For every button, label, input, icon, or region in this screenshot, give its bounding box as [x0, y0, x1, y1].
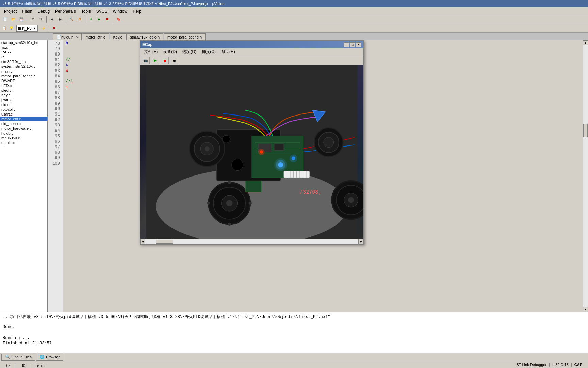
sidebar-item-19[interactable]: huidu.c [0, 131, 47, 136]
project-selector[interactable]: first_PJ ▼ [16, 25, 38, 32]
vertical-scrollbar[interactable]: ▲ ▼ [583, 40, 588, 312]
ecap-minimize-button[interactable]: ─ [344, 42, 349, 47]
ecap-menu-capture[interactable]: 捕捉(C) [199, 48, 218, 56]
ecap-camera-button[interactable]: 📷 [142, 57, 150, 64]
sidebar-item-18[interactable]: motor_hardware.c [0, 126, 47, 131]
download-button[interactable]: ⬇ [87, 16, 95, 23]
line-num-79: 79 [48, 46, 61, 52]
undo-button[interactable]: ↶ [29, 16, 36, 23]
debug-button[interactable]: ▶ [95, 16, 103, 23]
sidebar-item-21[interactable]: mpuiic.c [0, 140, 47, 145]
tb2-close-x[interactable]: ✕ [50, 25, 58, 32]
sidebar-item-14[interactable]: rotocol.c [0, 107, 47, 112]
tb2-icon3[interactable]: ⚡ [40, 25, 47, 32]
ecap-menu-options[interactable]: 选项(O) [180, 48, 199, 56]
sidebar-item-2[interactable]: RARY [0, 50, 47, 55]
ecap-image-area: /32768; [140, 65, 363, 239]
menu-peripherals[interactable]: Peripherals [52, 8, 79, 14]
ecap-record-button[interactable]: ⏺ [170, 57, 178, 64]
output-line-3 [3, 330, 585, 336]
line-num-85: 85 [48, 79, 61, 85]
open-button[interactable]: 📂 [10, 16, 17, 23]
browser-icon: 🌐 [40, 355, 45, 359]
scroll-thumb[interactable] [583, 124, 588, 137]
bottom-tab-find[interactable]: 🔍 Find In Files [1, 354, 35, 361]
bookmark-button[interactable]: 🔖 [115, 16, 122, 23]
file-tab-motor-ctrl[interactable]: motor_ctrl.c [82, 33, 109, 40]
sidebar-item-11[interactable]: Key.c [0, 93, 47, 97]
scroll-up-arrow[interactable]: ▲ [583, 40, 588, 45]
file-tab-gpio[interactable]: stm32f10x_gpio.h [126, 33, 163, 40]
menu-window[interactable]: Window [110, 8, 130, 14]
editor-area: startup_stm32f10x_hc ys.c RARY R stm32f1… [0, 40, 588, 312]
file-tab-close[interactable]: ✕ [75, 35, 78, 39]
scroll-track[interactable] [583, 45, 588, 307]
file-tab-huidu[interactable]: 📄 huidu.h ✕ [53, 33, 82, 40]
ecap-close-button[interactable]: ✕ [356, 42, 361, 47]
save-button[interactable]: 💾 [18, 16, 25, 23]
menu-svcs[interactable]: SVCS [94, 8, 110, 14]
svg-point-30 [228, 181, 231, 184]
sidebar-item-5[interactable]: system_stm32f10x.c [0, 64, 47, 69]
nav-forward-button[interactable]: ▶ [56, 16, 64, 23]
file-tab-motor-para[interactable]: motor_para_seting.h [164, 33, 206, 40]
menu-tools[interactable]: Tools [79, 8, 94, 14]
sidebar-item-12[interactable]: pwm.c [0, 97, 47, 102]
new-button[interactable]: 📄 [1, 16, 9, 23]
sidebar-item-1[interactable]: ys.c [0, 45, 47, 50]
sidebar-item-6[interactable]: main.c [0, 69, 47, 74]
sidebar-item-8[interactable]: DWARE [0, 78, 47, 83]
scroll-down-arrow[interactable]: ▼ [583, 307, 588, 312]
toolbar: 📄 📂 💾 ↶ ↷ ◀ ▶ 🔨 ⚙ ⬇ ▶ ⏹ 🔖 [0, 15, 588, 24]
sidebar-item-15[interactable]: usart.c [0, 112, 47, 117]
line-num-94: 94 [48, 128, 61, 134]
sidebar-item-7[interactable]: motor_para_seting.c [0, 74, 47, 78]
ecap-menu-file[interactable]: 文件(F) [142, 48, 160, 56]
ecap-window: ECap ─ □ ✕ 文件(F) 设备(D) 选项(O) 捕捉(C) 帮助(H) [140, 40, 364, 245]
line-num-95: 95 [48, 134, 61, 139]
hscroll-track[interactable] [145, 239, 358, 244]
menu-debug[interactable]: Debug [35, 8, 52, 14]
svg-rect-47 [245, 181, 261, 192]
status-cursor: L:82 C:18 [550, 363, 572, 367]
ecap-horizontal-scrollbar[interactable]: ◀ ▶ [140, 239, 363, 244]
menu-help[interactable]: Help [130, 8, 144, 14]
output-line-2: Done. [3, 325, 585, 330]
stop-button[interactable]: ⏹ [103, 16, 111, 23]
ecap-menu-help[interactable]: 帮助(H) [218, 48, 238, 56]
ecap-play-button[interactable]: ▶ [151, 57, 159, 64]
sidebar-item-4[interactable]: stm32f10x_it.c [0, 59, 47, 64]
sidebar-item-20[interactable]: mpu6050.c [0, 136, 47, 140]
nav-back-button[interactable]: ◀ [48, 16, 56, 23]
tb2-icon2[interactable]: 💡 [8, 25, 14, 32]
status-bar: ST-Link Debugger L:82 C:18 CAP [0, 361, 588, 368]
sidebar-item-0[interactable]: startup_stm32f10x_hc [0, 40, 47, 45]
file-tab-key[interactable]: Key.c [110, 33, 126, 40]
line-num-84: 84 [48, 74, 61, 79]
hscroll-left-arrow[interactable]: ◀ [140, 239, 145, 244]
file-tabs: 📄 huidu.h ✕ motor_ctrl.c Key.c stm32f10x… [0, 33, 588, 40]
bottom-tab-browser[interactable]: 🌐 Browser [36, 354, 63, 361]
line-num-93: 93 [48, 123, 61, 128]
ecap-menu-device[interactable]: 设备(D) [160, 48, 180, 56]
ecap-stop-button[interactable]: ⏹ [161, 57, 169, 64]
sidebar-item-16[interactable]: motor_ctrl.c [0, 117, 47, 121]
sidebar-item-9[interactable]: LED.c [0, 83, 47, 88]
hscroll-thumb[interactable] [156, 240, 173, 244]
sidebar-item-13[interactable]: oid.c [0, 102, 47, 107]
file-tab-label: Key.c [113, 35, 122, 39]
sidebar-item-3[interactable]: R [0, 55, 47, 59]
hscroll-right-arrow[interactable]: ▶ [358, 239, 363, 244]
menu-project[interactable]: Project [1, 8, 19, 14]
build-button[interactable]: 🔨 [68, 16, 75, 23]
sidebar-item-17[interactable]: oid_menu.c [0, 121, 47, 126]
menu-flash[interactable]: Flash [19, 8, 35, 14]
toolbar-separator-1 [27, 16, 27, 23]
rebuild-button[interactable]: ⚙ [76, 16, 83, 23]
ecap-maximize-button[interactable]: □ [350, 42, 355, 47]
toolbar-separator-4 [85, 16, 85, 23]
redo-button[interactable]: ↷ [37, 16, 45, 23]
robot-image: /32768; [140, 65, 363, 239]
sidebar-item-10[interactable]: pled.c [0, 88, 47, 93]
tb2-icon1[interactable]: 📋 [1, 25, 7, 32]
